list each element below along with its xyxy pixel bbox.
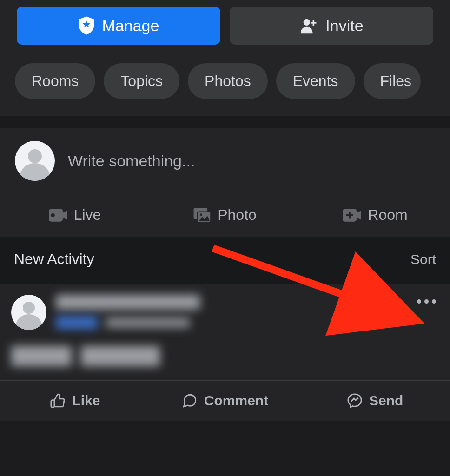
nav-events[interactable]: Events	[276, 63, 355, 99]
post-author-block	[56, 295, 200, 329]
photo-stack-icon	[193, 208, 211, 223]
post-content-redacted	[11, 346, 439, 366]
manage-button[interactable]: Manage	[17, 7, 220, 45]
comment-button[interactable]: Comment	[150, 381, 300, 421]
room-video-icon	[343, 208, 361, 222]
photo-button[interactable]: Photo	[150, 195, 300, 237]
post-card: Like Comment Send	[0, 284, 450, 421]
shield-star-icon	[78, 16, 95, 35]
nav-files[interactable]: Files	[364, 63, 421, 99]
nav-rooms[interactable]: Rooms	[15, 63, 95, 99]
invite-button[interactable]: Invite	[230, 7, 433, 45]
composer-actions: Live Photo Room	[0, 195, 450, 237]
post-avatar-icon[interactable]	[11, 295, 46, 330]
svg-point-4	[51, 213, 54, 217]
svg-point-0	[304, 19, 310, 26]
svg-rect-2	[311, 22, 316, 24]
comment-bubble-icon	[182, 393, 198, 409]
like-label: Like	[72, 393, 100, 409]
send-label: Send	[369, 393, 403, 409]
nav-photos[interactable]: Photos	[188, 63, 268, 99]
composer-row[interactable]: Write something...	[0, 128, 450, 195]
post-header	[11, 295, 439, 330]
nav-tabs-row: Rooms Topics Photos Events Files	[0, 55, 450, 116]
messenger-icon	[347, 393, 363, 409]
composer-placeholder: Write something...	[68, 152, 195, 170]
post-more-options-button[interactable]	[414, 297, 439, 306]
manage-label: Manage	[102, 17, 159, 35]
person-plus-icon	[299, 17, 318, 34]
top-button-row: Manage Invite	[0, 0, 450, 55]
activity-heading: New Activity	[14, 251, 94, 268]
nav-topics[interactable]: Topics	[104, 63, 179, 99]
svg-rect-3	[49, 209, 63, 222]
photo-label: Photo	[218, 206, 257, 224]
post-meta-redacted	[56, 316, 200, 329]
avatar-icon	[15, 141, 55, 181]
room-label: Room	[368, 206, 407, 224]
send-button[interactable]: Send	[300, 381, 450, 421]
live-button[interactable]: Live	[0, 195, 150, 237]
live-label: Live	[74, 206, 101, 224]
room-button[interactable]: Room	[300, 195, 450, 237]
thumbs-up-icon	[50, 393, 66, 409]
post-actions-row: Like Comment Send	[0, 380, 450, 421]
sort-button[interactable]: Sort	[410, 251, 436, 267]
section-divider	[0, 116, 450, 128]
comment-label: Comment	[204, 393, 268, 409]
live-video-icon	[49, 208, 67, 222]
activity-header: New Activity Sort	[0, 237, 450, 284]
like-button[interactable]: Like	[0, 381, 150, 421]
post-author-name-redacted	[56, 295, 200, 310]
svg-point-8	[200, 213, 202, 216]
svg-rect-11	[349, 212, 351, 218]
invite-label: Invite	[325, 17, 363, 35]
